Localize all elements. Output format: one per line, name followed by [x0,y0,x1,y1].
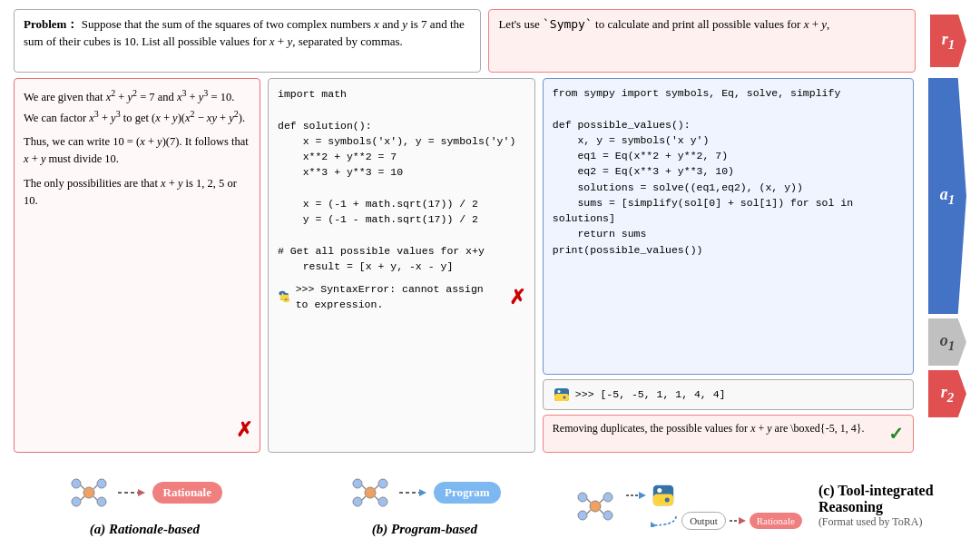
problem-box: Problem： Suppose that the sum of the squ… [14,9,481,73]
dashed-c-3 [730,515,746,526]
svg-marker-42 [639,492,646,499]
svg-line-28 [362,496,366,500]
program-output-row: >>> SyntaxError: cannot assign to expres… [278,281,525,313]
python-icon-c [651,483,676,508]
problem-text: Suppose that the sum of the squares of t… [24,17,465,48]
program-code: import math def solution(): x = symbols(… [278,86,525,274]
c-subtitle: Reasoning [818,499,934,515]
r2-arrow: r2 [928,370,966,417]
tool-answer-text: Removing duplicates, the possible values… [553,422,865,435]
c-flow-bottom: Output Rationale [651,512,802,530]
middle-section: We are given that x2 + y2 = 7 and x3 + y… [14,78,966,453]
rationale-pill-a: Rationale [152,482,222,504]
tool-answer-box: Removing duplicates, the possible values… [543,415,914,453]
svg-point-12 [97,479,106,488]
svg-point-35 [578,511,587,520]
svg-line-15 [81,485,84,489]
tool-output-text: >>> [-5, -5, 1, 1, 4, 4] [575,387,726,402]
rationale-pill-c: Rationale [750,513,802,529]
a-label: (a) Rationale-based [90,522,200,537]
svg-rect-7 [554,394,569,401]
svg-marker-20 [138,489,145,496]
svg-point-10 [83,487,94,498]
dashed-arrow-a [118,487,145,498]
mol-icon-c [573,488,617,524]
r1-label: r1 [942,30,956,53]
a1-label: a1 [940,185,956,208]
tool-intro-box: Let's use `Sympy` to calculate and print… [488,9,916,73]
svg-point-23 [378,479,387,488]
diagram-c: Output Rationale (c) Tool-integrated [573,483,966,530]
svg-point-36 [603,511,612,520]
diagram-b-content: Program [348,475,501,511]
diagram-c-content: Output Rationale (c) Tool-integrated [573,483,933,530]
svg-line-29 [375,496,378,500]
r2-label: r2 [941,383,955,406]
tool-output-box: >>> [-5, -5, 1, 1, 4, 4] [543,379,914,410]
svg-marker-47 [651,522,656,527]
tool-intro-text: Let's use `Sympy` to calculate and print… [498,17,829,31]
svg-point-46 [665,497,670,502]
svg-point-11 [72,479,81,488]
rationale-text: We are given that x2 + y2 = 7 and x3 + y… [24,86,250,127]
svg-point-8 [557,390,560,393]
svg-point-21 [365,487,376,498]
svg-point-5 [285,299,287,300]
svg-point-32 [590,501,601,512]
diagram-a-content: Rationale [67,475,222,511]
tool-code-box: from sympy import symbols, Eq, solve, si… [543,78,914,375]
svg-point-34 [603,493,612,502]
c-title-block: (c) Tool-integrated Reasoning (Format us… [818,483,934,529]
svg-line-40 [600,510,603,514]
mol-icon-b [348,475,392,511]
top-section: Problem： Suppose that the sum of the squ… [14,9,966,73]
problem-label: Problem： [24,17,78,31]
svg-marker-49 [739,517,746,524]
rationale-x-mark: ✗ [236,415,252,445]
svg-point-33 [578,493,587,502]
mol-icon-a [67,475,111,511]
diagram-b: Program (b) Program-based [294,475,556,537]
svg-line-26 [362,485,366,489]
c-title: (c) Tool-integrated [818,483,934,499]
program-error-text: >>> SyntaxError: cannot assign to expres… [296,281,502,313]
svg-line-17 [81,496,84,500]
right-arrows: a1 o1 r2 [921,78,966,453]
c-flow: Output Rationale [626,483,802,530]
svg-rect-3 [280,295,289,300]
python-icon-2 [553,386,571,404]
svg-point-13 [72,497,81,506]
python-icon [278,288,291,306]
svg-point-25 [378,497,387,506]
tool-code-text: from sympy import symbols, Eq, solve, si… [553,85,904,258]
svg-point-14 [97,497,106,506]
svg-line-37 [587,499,591,503]
svg-point-24 [353,497,362,506]
program-col: import math def solution(): x = symbols(… [268,78,535,453]
dashed-c-2 [651,514,678,527]
bottom-section: Rationale (a) Rationale-based [14,458,966,549]
tool-check-mark: ✓ [888,421,904,446]
svg-line-27 [375,485,378,489]
rationale-text2: Thus, we can write 10 = (x + y)(7). It f… [24,133,250,169]
svg-line-16 [93,485,97,489]
svg-line-18 [93,496,97,500]
svg-marker-31 [419,489,426,496]
b-label: (b) Program-based [372,522,477,537]
svg-line-39 [587,510,591,514]
svg-point-45 [657,487,662,492]
r1-arrow: r1 [930,15,966,67]
program-pill-b: Program [434,482,501,504]
c-format: (Format used by ToRA) [818,515,934,529]
o1-arrow: o1 [928,318,966,366]
o1-label: o1 [940,331,956,354]
a1-arrow: a1 [928,78,966,314]
svg-rect-44 [653,494,673,505]
svg-point-4 [282,293,284,295]
rationale-col: We are given that x2 + y2 = 7 and x3 + y… [14,78,260,453]
output-pill-c: Output [681,512,726,530]
diagram-a: Rationale (a) Rationale-based [14,475,276,537]
svg-point-9 [563,396,565,399]
svg-point-22 [353,479,362,488]
svg-line-38 [600,499,603,503]
